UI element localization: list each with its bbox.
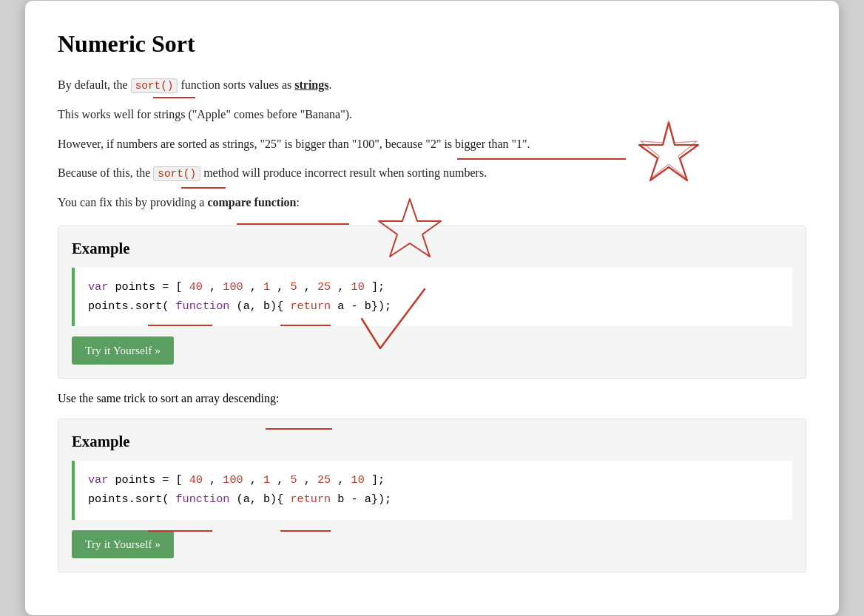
p1-bold: strings: [294, 78, 328, 91]
try-btn-2[interactable]: Try it Yourself »: [72, 530, 174, 558]
code1-line2: points.sort( function (a, b){ return a -…: [88, 297, 779, 317]
example2-title: Example: [72, 433, 792, 450]
p5-bold: compare function: [207, 196, 296, 209]
code1-line1: var points = [ 40 , 100 , 1 , 5 , 25 , 1…: [88, 278, 779, 297]
example-block-2: Example var points = [ 40 , 100 , 1 , 5 …: [58, 419, 806, 572]
example1-code: var points = [ 40 , 100 , 1 , 5 , 25 , 1…: [72, 268, 792, 327]
code2-line2: points.sort( function (a, b){ return b -…: [88, 490, 779, 510]
paragraph-2: This works well for strings ("Apple" com…: [58, 105, 806, 124]
example1-title: Example: [72, 240, 792, 257]
p1-code: sort(): [131, 78, 178, 93]
main-window: Numeric Sort By default, the sort() func…: [25, 1, 839, 615]
p4-code: sort(): [153, 166, 200, 181]
example2-code: var points = [ 40 , 100 , 1 , 5 , 25 , 1…: [72, 461, 792, 520]
paragraph-5: You can fix this by providing a compare …: [58, 193, 806, 212]
code2-line1: var points = [ 40 , 100 , 1 , 5 , 25 , 1…: [88, 471, 779, 490]
p1-before: By default, the: [58, 78, 131, 91]
between-text: Use the same trick to sort an array desc…: [58, 392, 806, 405]
try-btn-1[interactable]: Try it Yourself »: [72, 336, 174, 365]
prose-content: Numeric Sort By default, the sort() func…: [58, 30, 806, 212]
paragraph-4: Because of this, the sort() method will …: [58, 163, 806, 183]
paragraph-1: By default, the sort() function sorts va…: [58, 75, 806, 95]
paragraph-3: However, if numbers are sorted as string…: [58, 135, 806, 154]
example-block-1: Example var points = [ 40 , 100 , 1 , 5 …: [58, 226, 806, 379]
page-title: Numeric Sort: [58, 30, 806, 58]
p1-after: function sorts values as: [180, 78, 294, 91]
